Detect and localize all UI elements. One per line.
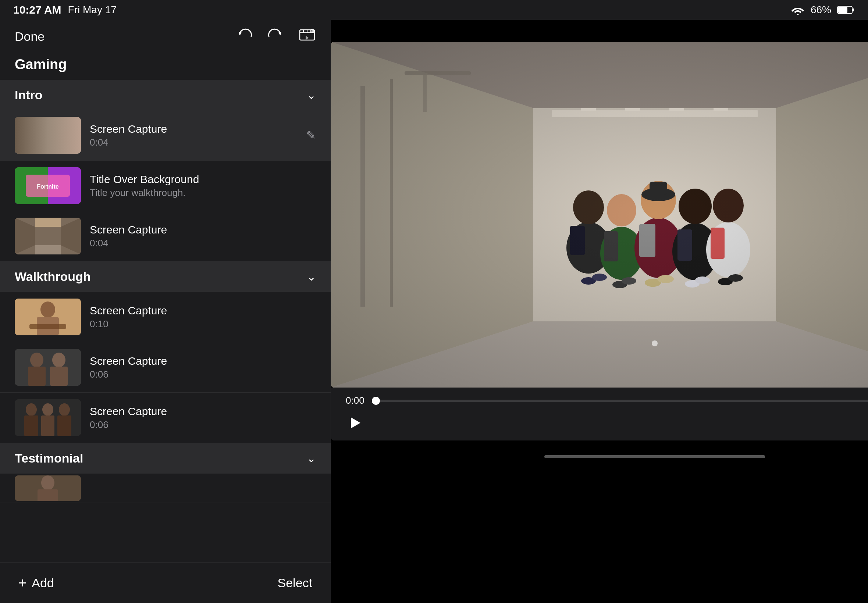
clip-info: Title Over Background Title your walkthr…: [90, 173, 316, 199]
battery-percentage: 66%: [811, 4, 831, 16]
clip-info: Screen Capture 0:04: [90, 224, 316, 249]
redo-icon[interactable]: [268, 28, 283, 46]
svg-text:Fortnite: Fortnite: [37, 184, 59, 190]
clip-list[interactable]: Intro ⌄ Screen Capture: [0, 80, 331, 563]
header: Done: [0, 20, 331, 53]
clip-duration: 0:10: [90, 319, 316, 330]
video-scene: [331, 42, 868, 388]
clip-item[interactable]: Screen Capture 0:06: [0, 393, 331, 443]
right-panel: 0:00 0:41 i: [331, 20, 868, 603]
section-testimonial-header[interactable]: Testimonial ⌄: [0, 443, 331, 473]
clip-name: Screen Capture: [90, 123, 306, 135]
video-container: 0:00 0:41 i: [331, 42, 868, 441]
clip-item[interactable]: Fortnite Title Over Background Title you…: [0, 161, 331, 211]
clip-name: Screen Capture: [90, 355, 316, 367]
svg-rect-30: [29, 324, 66, 329]
section-walkthrough-header[interactable]: Walkthrough ⌄: [0, 261, 331, 292]
clip-info: Screen Capture 0:06: [90, 405, 316, 431]
clip-info: Screen Capture 0:10: [90, 305, 316, 330]
clip-item[interactable]: Screen Capture 0:10: [0, 292, 331, 342]
clip-duration: 0:04: [90, 238, 316, 249]
left-panel: Done: [0, 20, 331, 603]
clip-item[interactable]: Screen Capture 0:06: [0, 342, 331, 393]
chevron-walkthrough-icon: ⌄: [307, 270, 316, 283]
svg-rect-15: [37, 117, 59, 128]
svg-rect-12: [15, 117, 81, 154]
svg-marker-93: [351, 417, 361, 428]
status-right: 66%: [791, 4, 855, 16]
plus-icon: +: [19, 575, 26, 591]
svg-rect-16: [37, 143, 59, 154]
svg-rect-91: [331, 42, 868, 388]
clip-thumbnail: [15, 399, 81, 436]
add-label: Add: [32, 576, 54, 590]
clip-thumbnail: [15, 349, 81, 386]
svg-rect-26: [35, 245, 61, 254]
svg-rect-31: [15, 349, 81, 386]
status-time: 10:27 AM: [13, 4, 62, 16]
svg-point-92: [652, 340, 658, 346]
play-button[interactable]: [346, 414, 364, 432]
clip-thumbnail: [15, 117, 81, 154]
video-preview: [331, 42, 868, 388]
wifi-icon: [791, 5, 805, 15]
clip-duration: 0:06: [90, 419, 316, 431]
clip-thumbnail: [15, 475, 81, 501]
chevron-intro-icon: ⌄: [307, 89, 316, 102]
section-intro-title: Intro: [15, 88, 43, 102]
svg-point-28: [40, 302, 55, 318]
svg-point-17: [33, 122, 62, 154]
clip-name: Screen Capture: [90, 224, 316, 236]
video-controls: 0:00 0:41 i: [331, 388, 868, 441]
controls-row: i: [346, 412, 868, 433]
svg-rect-35: [50, 366, 68, 386]
clip-name: Screen Capture: [90, 405, 316, 418]
clip-item[interactable]: Screen Capture 0:04: [0, 211, 331, 261]
status-date: Fri May 17: [68, 4, 117, 16]
time-current: 0:00: [346, 395, 365, 406]
svg-rect-45: [37, 489, 58, 501]
clip-subtitle: Title your walkthrough.: [90, 187, 316, 199]
magic-movie-icon[interactable]: [298, 27, 316, 46]
svg-rect-33: [28, 366, 46, 386]
svg-rect-42: [57, 416, 71, 436]
edit-icon[interactable]: ✎: [306, 128, 316, 142]
chevron-testimonial-icon: ⌄: [307, 452, 316, 465]
clip-thumbnail: [15, 218, 81, 254]
section-intro-header[interactable]: Intro ⌄: [0, 80, 331, 110]
status-bar: 10:27 AM Fri May 17 66%: [0, 0, 868, 20]
svg-marker-14: [59, 117, 81, 154]
select-button[interactable]: Select: [278, 576, 313, 590]
main-layout: Done: [0, 20, 868, 603]
undo-icon[interactable]: [237, 28, 253, 46]
scroll-indicator: [331, 455, 868, 458]
clip-item[interactable]: [0, 473, 331, 503]
progress-track[interactable]: [372, 400, 868, 402]
clip-name: Title Over Background: [90, 173, 316, 186]
svg-point-34: [52, 353, 65, 367]
clip-name: Screen Capture: [90, 305, 316, 317]
battery-icon: [837, 5, 855, 15]
add-button[interactable]: + Add: [19, 575, 54, 591]
svg-marker-13: [15, 117, 37, 154]
svg-rect-3: [853, 8, 854, 11]
svg-rect-40: [41, 416, 54, 436]
svg-rect-25: [35, 218, 61, 227]
svg-point-37: [26, 404, 37, 416]
clip-item[interactable]: Screen Capture 0:04 ✎: [0, 110, 331, 161]
svg-rect-2: [838, 7, 847, 13]
svg-rect-38: [24, 416, 38, 436]
section-walkthrough-title: Walkthrough: [15, 269, 91, 284]
project-title: Gaming: [0, 53, 331, 80]
done-button[interactable]: Done: [15, 29, 45, 44]
svg-point-44: [41, 475, 54, 490]
progress-bar-row: 0:00 0:41: [346, 395, 868, 406]
clip-info: Screen Capture 0:04: [90, 123, 306, 148]
svg-point-32: [30, 353, 43, 367]
clip-thumbnail: Fortnite: [15, 167, 81, 204]
clip-thumbnail: [15, 298, 81, 336]
clip-duration: 0:04: [90, 137, 306, 148]
section-testimonial-title: Testimonial: [15, 451, 83, 465]
scroll-bar: [544, 455, 765, 458]
progress-thumb[interactable]: [372, 397, 380, 405]
